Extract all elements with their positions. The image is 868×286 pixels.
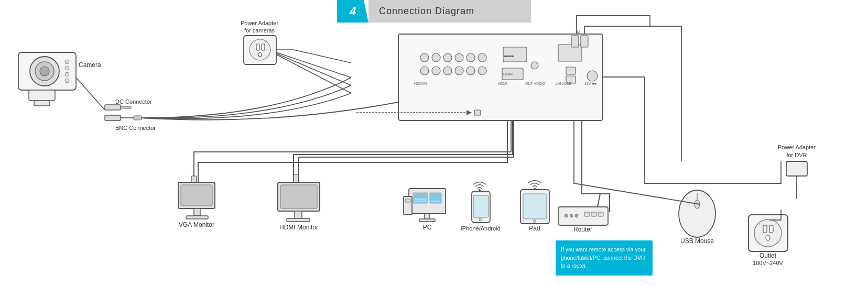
- svg-line-11: [76, 78, 105, 110]
- svg-point-39: [466, 67, 475, 75]
- svg-point-7: [65, 79, 69, 83]
- header: 4 Connection Diagram: [337, 0, 531, 23]
- svg-rect-73: [295, 211, 302, 218]
- svg-rect-112: [786, 161, 807, 176]
- svg-point-34: [478, 53, 486, 62]
- svg-point-49: [587, 71, 598, 81]
- svg-rect-66: [181, 185, 212, 206]
- svg-point-32: [455, 53, 463, 62]
- svg-point-98: [570, 214, 573, 217]
- svg-rect-43: [502, 68, 523, 80]
- svg-point-3: [40, 67, 49, 76]
- svg-point-5: [65, 66, 69, 70]
- svg-point-22: [249, 39, 270, 60]
- svg-point-6: [65, 72, 69, 76]
- camera-cables: [142, 78, 481, 120]
- svg-text:PC: PC: [423, 224, 432, 231]
- svg-rect-100: [584, 212, 590, 216]
- svg-rect-24: [262, 44, 265, 50]
- svg-rect-47: [566, 67, 576, 74]
- svg-marker-59: [466, 110, 472, 115]
- svg-rect-92: [523, 194, 547, 219]
- header-title-bg: Connection Diagram: [368, 0, 531, 23]
- svg-point-33: [466, 53, 475, 62]
- svg-point-104: [479, 189, 481, 191]
- svg-point-93: [534, 220, 536, 223]
- svg-rect-23: [256, 44, 259, 50]
- power-outlet: Outlet 100V~240V: [748, 215, 788, 266]
- svg-rect-116: [763, 225, 767, 233]
- svg-text:HDMI: HDMI: [498, 82, 507, 85]
- svg-point-4: [65, 60, 69, 64]
- step-number: 4: [337, 0, 368, 23]
- svg-point-25: [258, 52, 262, 57]
- svg-rect-12: [105, 105, 121, 110]
- svg-text:12V ■■: 12V ■■: [584, 82, 596, 85]
- svg-text:IN: IN: [576, 30, 580, 35]
- pc-icon: PC: [404, 189, 446, 231]
- svg-rect-70: [294, 174, 299, 182]
- svg-rect-87: [472, 191, 490, 223]
- svg-point-30: [432, 53, 440, 62]
- svg-rect-117: [769, 225, 773, 233]
- wifi-signal-phone: [473, 182, 486, 192]
- svg-point-97: [565, 214, 568, 217]
- svg-rect-95: [558, 207, 608, 225]
- svg-rect-67: [194, 208, 200, 216]
- svg-text:USB Mouse: USB Mouse: [680, 237, 714, 245]
- svg-line-96: [598, 194, 600, 207]
- svg-rect-91: [520, 190, 549, 224]
- svg-rect-14: [105, 115, 121, 120]
- camera-drawing: Camera: [18, 52, 101, 106]
- svg-rect-88: [473, 195, 489, 217]
- pad-icon: Pad: [520, 190, 549, 232]
- svg-rect-0: [18, 52, 76, 90]
- svg-line-62: [276, 53, 351, 85]
- hdmi-cable: [294, 120, 513, 182]
- svg-point-35: [420, 67, 429, 75]
- svg-rect-41: [503, 47, 527, 62]
- svg-line-63: [276, 54, 351, 93]
- svg-point-31: [443, 53, 452, 62]
- hdmi-monitor: HDMI Monitor: [278, 174, 320, 231]
- router-icon: Router: [558, 194, 608, 233]
- svg-rect-48: [566, 76, 576, 83]
- svg-rect-16: [134, 116, 142, 120]
- svg-rect-55: [571, 36, 579, 47]
- svg-text:HDMI: HDMI: [503, 72, 513, 76]
- svg-text:Pad: Pad: [529, 225, 540, 232]
- svg-text:Camera: Camera: [79, 61, 101, 69]
- svg-rect-74: [287, 218, 310, 222]
- svg-point-45: [531, 62, 538, 69]
- svg-rect-60: [474, 110, 481, 115]
- svg-rect-46: [558, 45, 582, 61]
- svg-text:for cameras: for cameras: [244, 27, 275, 34]
- power-cable-cameras: [276, 52, 351, 93]
- svg-text:BNC Connector: BNC Connector: [115, 125, 156, 131]
- connectors: DC Connector BNC Connector: [76, 78, 156, 131]
- svg-rect-56: [581, 36, 588, 47]
- svg-rect-84: [404, 196, 412, 215]
- svg-text:■■■■■: ■■■■■: [504, 54, 514, 58]
- svg-text:iPhone/Android: iPhone/Android: [461, 225, 500, 232]
- svg-point-40: [478, 67, 486, 75]
- svg-rect-8: [29, 90, 55, 101]
- svg-rect-102: [598, 212, 603, 216]
- svg-text:Power Adapter: Power Adapter: [241, 20, 278, 26]
- svg-line-61: [276, 52, 351, 78]
- usb-mouse: USB Mouse: [679, 190, 715, 245]
- svg-point-108: [695, 200, 700, 208]
- svg-rect-114: [748, 215, 788, 251]
- svg-text:Outlet: Outlet: [760, 252, 777, 259]
- svg-point-106: [679, 190, 715, 237]
- svg-point-38: [455, 67, 463, 75]
- power-adapter-dvr: Power Adapter for DVR: [778, 144, 816, 199]
- svg-text:Power Adapter: Power Adapter: [778, 144, 816, 150]
- svg-rect-28: [398, 34, 603, 120]
- svg-rect-65: [178, 182, 215, 208]
- svg-rect-71: [278, 182, 320, 211]
- svg-rect-85: [405, 199, 410, 202]
- info-text: If you want remote access via your phone…: [561, 246, 646, 269]
- svg-rect-76: [409, 189, 446, 214]
- svg-text:for DVR: for DVR: [786, 152, 807, 158]
